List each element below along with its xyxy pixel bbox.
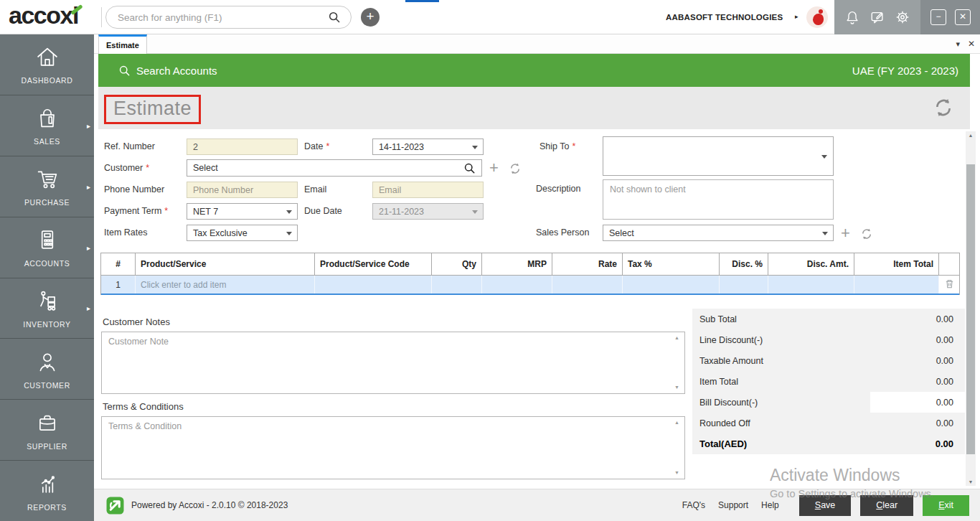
terms-field[interactable] — [101, 416, 685, 479]
sidebar-item-sales[interactable]: SALES▸ — [0, 95, 94, 156]
window-close-button[interactable]: ✕ — [955, 9, 971, 25]
search-icon[interactable] — [463, 162, 476, 174]
refresh-sales-person-icon[interactable] — [860, 227, 873, 243]
sidebar-item-customer[interactable]: CUSTOMER — [0, 339, 94, 400]
required-marker: * — [146, 163, 149, 173]
tab-close-icon[interactable]: ✕ — [968, 39, 975, 49]
column-header: # — [101, 253, 136, 275]
description-label: Description — [536, 184, 581, 194]
home-icon — [33, 44, 62, 72]
global-search[interactable] — [105, 6, 352, 29]
totals-label: Sub Total — [699, 314, 737, 324]
tab-strip: Estimate ▾ ✕ — [94, 34, 980, 54]
scroll-up-icon[interactable]: ▲ — [966, 133, 976, 138]
scroll-down-icon[interactable]: ▼ — [674, 470, 679, 475]
email-field[interactable] — [372, 182, 484, 198]
description-field[interactable] — [603, 179, 834, 220]
scroll-down-icon[interactable]: ▼ — [966, 479, 976, 484]
item-cell[interactable] — [768, 276, 854, 294]
messages-icon[interactable] — [870, 9, 885, 25]
page-title: Estimate — [113, 98, 192, 119]
footer-link-help[interactable]: Help — [761, 500, 779, 510]
powered-by-text: Powered by Accoxi - 2.0.10 © 2018-2023 — [131, 500, 288, 510]
footer-link-faqs[interactable]: FAQ's — [682, 500, 705, 510]
item-cell[interactable] — [854, 276, 939, 294]
clear-button[interactable]: Clear — [860, 495, 913, 516]
customer-select[interactable]: Select — [187, 159, 482, 177]
ref-number-label: Ref. Number — [104, 141, 155, 151]
bill-discount-input[interactable]: 0.00 — [870, 392, 965, 413]
row-number[interactable]: 1 — [101, 276, 136, 294]
top-accent-bar — [405, 0, 439, 2]
scroll-up-icon[interactable]: ▲ — [674, 420, 679, 425]
ref-number-field[interactable] — [187, 139, 298, 155]
phone-label: Phone Number — [104, 184, 164, 194]
item-rates-select[interactable]: Tax Exclusive — [187, 225, 298, 241]
search-icon[interactable] — [328, 11, 341, 24]
refresh-icon[interactable] — [933, 97, 954, 118]
quick-add-button[interactable]: + — [361, 8, 380, 27]
item-row[interactable]: 1Click enter to add item — [101, 275, 959, 295]
scroll-up-icon[interactable]: ▲ — [674, 335, 679, 340]
add-sales-person-button[interactable]: + — [841, 226, 850, 240]
totals-panel: Sub Total0.00Line Discount(-)0.00Taxable… — [692, 309, 965, 454]
sidebar-item-inventory[interactable]: INVENTORY▸ — [0, 278, 94, 339]
user-avatar[interactable] — [806, 6, 828, 28]
sidebar-item-purchase[interactable]: PURCHASE▸ — [0, 156, 94, 217]
scroll-down-icon[interactable]: ▼ — [674, 385, 679, 390]
delete-row-button[interactable] — [939, 276, 959, 294]
item-cell[interactable] — [315, 276, 432, 294]
footer-buttons: SaveClearExit — [799, 495, 969, 516]
sidebar-item-label: SALES — [34, 137, 60, 146]
tab-label: Estimate — [106, 41, 139, 50]
tab-list-caret-icon[interactable]: ▾ — [956, 39, 960, 49]
ship-to-select[interactable] — [603, 136, 834, 176]
item-cell[interactable] — [623, 276, 720, 294]
global-search-input[interactable] — [118, 12, 328, 23]
sidebar-item-dashboard[interactable]: DASHBOARD — [0, 34, 94, 95]
sidebar-item-reports[interactable]: REPORTS — [0, 461, 94, 521]
totals-label: Item Total — [699, 377, 738, 387]
totals-label: Bill Discount(-) — [699, 398, 758, 408]
vertical-scrollbar[interactable]: ▲ ▼ — [966, 131, 976, 486]
add-item-cell[interactable]: Click enter to add item — [136, 276, 315, 294]
sidebar-item-supplier[interactable]: SUPPLIER — [0, 400, 94, 461]
inventory-trolley-icon — [33, 288, 62, 316]
totals-row: Taxable Amount0.00 — [692, 350, 965, 371]
required-marker: * — [326, 141, 329, 151]
tab-estimate[interactable]: Estimate — [98, 34, 147, 54]
add-customer-button[interactable]: + — [489, 161, 499, 175]
accounts-calculator-icon — [33, 227, 62, 255]
item-cell[interactable] — [482, 276, 552, 294]
totals-label: Taxable Amount — [699, 356, 763, 366]
item-cell[interactable] — [432, 276, 482, 294]
scrollbar-thumb[interactable] — [966, 164, 975, 454]
customer-notes-field[interactable] — [101, 332, 685, 394]
company-name[interactable]: AABASOFT TECHNOLOGIES — [666, 13, 783, 22]
annotation-highlight-box: Estimate — [104, 95, 201, 124]
search-accounts-button[interactable]: Search Accounts — [118, 65, 217, 77]
plus-icon: + — [841, 224, 850, 242]
window-minimize-button[interactable]: − — [930, 9, 946, 25]
reports-chart-icon — [33, 471, 62, 499]
item-cell[interactable] — [552, 276, 623, 294]
sales-person-select[interactable]: Select — [603, 225, 834, 241]
notifications-bell-icon[interactable] — [844, 9, 860, 25]
phone-field[interactable] — [187, 182, 298, 198]
save-button[interactable]: Save — [799, 495, 852, 516]
totals-value: 0.00 — [936, 356, 953, 366]
item-cell[interactable] — [720, 276, 768, 294]
column-header: Rate — [552, 253, 623, 275]
footer-link-support[interactable]: Support — [718, 500, 748, 510]
refresh-customers-icon[interactable] — [509, 162, 522, 178]
totals-row: Rounded Off0.00 — [692, 413, 965, 433]
date-picker[interactable]: 14-11-2023 — [372, 139, 484, 155]
sidebar-item-label: INVENTORY — [23, 320, 70, 329]
supplier-briefcase-icon — [33, 410, 62, 438]
payment-term-select[interactable]: NET 7 — [187, 203, 298, 220]
exit-button[interactable]: Exit — [923, 495, 969, 516]
totals-row: Item Total0.00 — [692, 371, 965, 392]
sidebar-item-accounts[interactable]: ACCOUNTS▸ — [0, 217, 94, 278]
company-caret-icon[interactable]: ▸ — [795, 13, 798, 20]
settings-gear-icon[interactable] — [895, 9, 910, 25]
